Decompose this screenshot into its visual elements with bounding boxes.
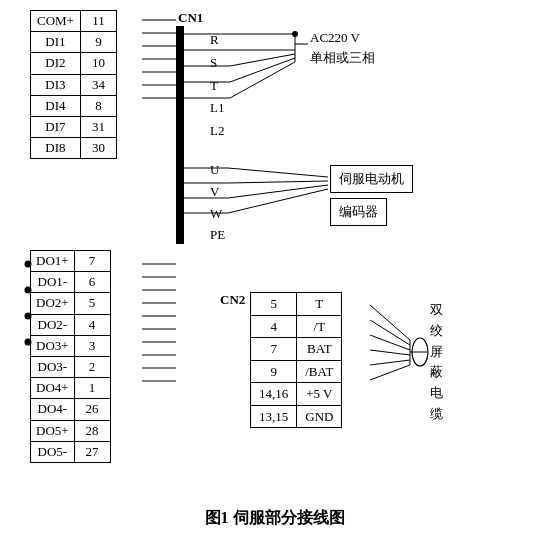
left-table-row: DI830 bbox=[31, 138, 117, 159]
do-table-label: DO2+ bbox=[31, 293, 75, 314]
diagram-container: CN1 COM+11DI19DI210DI334DI48DI731DI830 R… bbox=[0, 0, 549, 547]
left-table-pin: 8 bbox=[80, 95, 116, 116]
do-table-pin: 6 bbox=[74, 272, 110, 293]
svg-line-27 bbox=[228, 189, 328, 213]
uvwpe-label: U bbox=[210, 160, 225, 181]
svg-line-44 bbox=[370, 335, 410, 350]
svg-line-26 bbox=[228, 185, 328, 198]
svg-line-15 bbox=[230, 58, 295, 82]
do-table-label: DO3- bbox=[31, 356, 75, 377]
cn2-pin: 7 bbox=[251, 338, 297, 361]
cable-label: 双绞屏蔽电缆 bbox=[430, 300, 443, 425]
encoder-box: 编码器 bbox=[330, 198, 387, 226]
left-table-label: DI3 bbox=[31, 74, 81, 95]
svg-line-16 bbox=[230, 62, 295, 98]
left-table-label: COM+ bbox=[31, 11, 81, 32]
uvwpe-label: PE bbox=[210, 225, 225, 246]
left-table-label: DI7 bbox=[31, 116, 81, 137]
cn2-signal: +5 V bbox=[297, 383, 342, 406]
do-table-label: DO4+ bbox=[31, 378, 75, 399]
cn2-pin: 5 bbox=[251, 293, 297, 316]
left-table-row: DI48 bbox=[31, 95, 117, 116]
do-table-row: DO1+7 bbox=[31, 251, 111, 272]
svg-line-25 bbox=[228, 181, 328, 183]
left-table-pin: 30 bbox=[80, 138, 116, 159]
do-table-label: DO1- bbox=[31, 272, 75, 293]
rst-label: S bbox=[210, 53, 224, 74]
rst-label: L1 bbox=[210, 98, 224, 119]
do-table-pin: 3 bbox=[74, 335, 110, 356]
svg-line-42 bbox=[370, 305, 410, 340]
left-table-label: DI2 bbox=[31, 53, 81, 74]
do-table-label: DO4- bbox=[31, 399, 75, 420]
left-table-pin: 9 bbox=[80, 32, 116, 53]
do-table-pin: 1 bbox=[74, 378, 110, 399]
svg-point-18 bbox=[292, 31, 298, 37]
cn2-signal: /BAT bbox=[297, 360, 342, 383]
do-table-row: DO1-6 bbox=[31, 272, 111, 293]
left-table-row: DI210 bbox=[31, 53, 117, 74]
rst-label: R bbox=[210, 30, 224, 51]
uvwpe-label: V bbox=[210, 182, 225, 203]
do-table-row: DO4-26 bbox=[31, 399, 111, 420]
cn1-bar bbox=[176, 26, 184, 244]
ac-label: AC220 V单相或三相 bbox=[310, 28, 375, 67]
do-table-pin: 5 bbox=[74, 293, 110, 314]
svg-line-46 bbox=[370, 360, 410, 365]
cn2-table-row: 4/T bbox=[251, 315, 342, 338]
cn2-label: CN2 bbox=[220, 292, 245, 308]
do-table-row: DO3-2 bbox=[31, 356, 111, 377]
cn2-pin: 4 bbox=[251, 315, 297, 338]
left-table-label: DI1 bbox=[31, 32, 81, 53]
cn2-signal: T bbox=[297, 293, 342, 316]
rst-label: T bbox=[210, 76, 224, 97]
left-table-label: DI4 bbox=[31, 95, 81, 116]
do-table-row: DO4+1 bbox=[31, 378, 111, 399]
left-table-row: DI334 bbox=[31, 74, 117, 95]
cn2-table: 5T4/T7BAT9/BAT14,16+5 V13,15GND bbox=[250, 292, 342, 428]
rst-label: L2 bbox=[210, 121, 224, 142]
cn2-signal: GND bbox=[297, 405, 342, 428]
left-table-pin: 10 bbox=[80, 53, 116, 74]
left-table-pin: 11 bbox=[80, 11, 116, 32]
do-table-row: DO2-4 bbox=[31, 314, 111, 335]
left-table-label: DI8 bbox=[31, 138, 81, 159]
uvwpe-label: W bbox=[210, 204, 225, 225]
cn2-table-row: 7BAT bbox=[251, 338, 342, 361]
left-table-pin: 34 bbox=[80, 74, 116, 95]
cn2-table-row: 14,16+5 V bbox=[251, 383, 342, 406]
cn2-pin: 14,16 bbox=[251, 383, 297, 406]
cn2-table-row: 5T bbox=[251, 293, 342, 316]
cn2-table-row: 9/BAT bbox=[251, 360, 342, 383]
cn2-signal: /T bbox=[297, 315, 342, 338]
cn2-table-row: 13,15GND bbox=[251, 405, 342, 428]
left-input-table: COM+11DI19DI210DI334DI48DI731DI830 bbox=[30, 10, 117, 159]
svg-point-50 bbox=[412, 338, 428, 366]
figure-caption: 图1 伺服部分接线图 bbox=[0, 508, 549, 529]
do-table-row: DO2+5 bbox=[31, 293, 111, 314]
uvwpe-labels: UVWPE bbox=[210, 160, 225, 247]
servo-motor-box: 伺服电动机 bbox=[330, 165, 413, 193]
do-table-label: DO5+ bbox=[31, 420, 75, 441]
do-table-label: DO5- bbox=[31, 441, 75, 462]
cn2-signal: BAT bbox=[297, 338, 342, 361]
cn1-label: CN1 bbox=[178, 10, 203, 26]
do-table-label: DO2- bbox=[31, 314, 75, 335]
do-table-row: DO5-27 bbox=[31, 441, 111, 462]
left-table-row: DI731 bbox=[31, 116, 117, 137]
left-table-row: COM+11 bbox=[31, 11, 117, 32]
do-table-row: DO3+3 bbox=[31, 335, 111, 356]
cn2-pin: 13,15 bbox=[251, 405, 297, 428]
left-table-pin: 31 bbox=[80, 116, 116, 137]
svg-line-14 bbox=[230, 54, 295, 66]
do-table-row: DO5+28 bbox=[31, 420, 111, 441]
do-table-pin: 7 bbox=[74, 251, 110, 272]
do-table-label: DO1+ bbox=[31, 251, 75, 272]
do-output-table: DO1+7DO1-6DO2+5DO2-4DO3+3DO3-2DO4+1DO4-2… bbox=[30, 250, 111, 463]
do-table-pin: 26 bbox=[74, 399, 110, 420]
svg-line-24 bbox=[228, 168, 328, 177]
cn2-pin: 9 bbox=[251, 360, 297, 383]
do-table-pin: 27 bbox=[74, 441, 110, 462]
svg-line-43 bbox=[370, 320, 410, 345]
do-table-pin: 4 bbox=[74, 314, 110, 335]
